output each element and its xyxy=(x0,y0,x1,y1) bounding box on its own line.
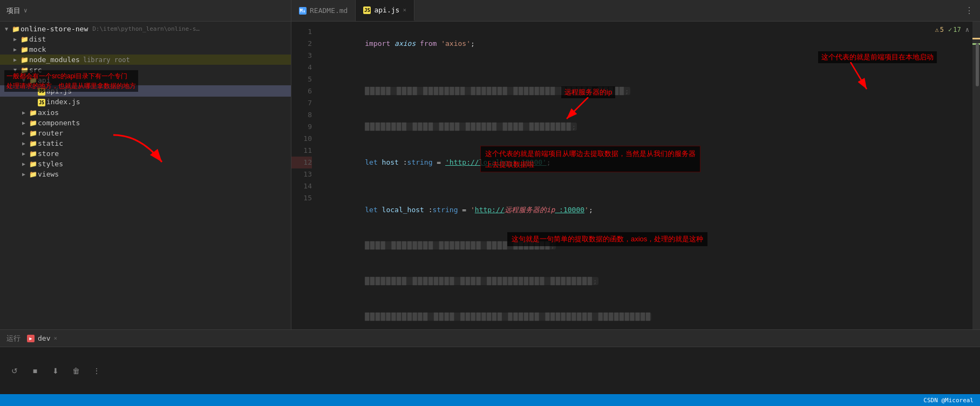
tree-item-src[interactable]: ▼ 📁 src xyxy=(0,65,291,75)
folder-icon: 📁 xyxy=(11,25,21,33)
stop-button[interactable]: ■ xyxy=(29,365,41,377)
tree-item-mock[interactable]: ▶ 📁 mock xyxy=(0,44,291,55)
scrollbar-thumb[interactable] xyxy=(976,43,979,86)
tab-close-apijs[interactable]: × xyxy=(403,6,406,13)
axios-label: axios xyxy=(38,109,59,117)
tree-item-axios[interactable]: ▶ 📁 axios xyxy=(0,107,291,118)
tree-item-static[interactable]: ▶ 📁 static xyxy=(0,138,291,148)
folder-icon: 📁 xyxy=(28,77,38,84)
code-line-2 xyxy=(323,62,972,73)
chevron-right-icon: ▶ xyxy=(11,57,19,63)
code-container: 1 2 3 4 5 6 7 8 9 10 11 12 13 14 15 i xyxy=(291,22,980,329)
warning-badge: ⚠ 5 xyxy=(935,26,944,33)
more-button[interactable]: ⋮ xyxy=(91,365,103,377)
js-file-icon: JS xyxy=(37,86,46,96)
root-label: online-store-new xyxy=(21,25,88,33)
editor-status-bar: ⚠ 5 ✓ 17 ∧ xyxy=(935,26,969,33)
trash-button[interactable]: 🗑 xyxy=(70,365,82,377)
tab-apijs[interactable]: JS api.js × xyxy=(356,0,414,21)
folder-icon: 📁 xyxy=(19,66,29,74)
tabs-area: M↓ README.md JS api.js × xyxy=(291,0,958,21)
top-bar: 项目 ∨ M↓ README.md JS api.js × ⋮ xyxy=(0,0,980,22)
router-label: router xyxy=(38,129,63,137)
tree-item-indexjs[interactable]: ▶ JS index.js xyxy=(0,97,291,108)
tree-item-components[interactable]: ▶ 📁 components xyxy=(0,118,291,128)
chevron-down-icon: ▼ xyxy=(11,67,19,73)
folder-icon: 📁 xyxy=(28,160,38,168)
tree-item-api[interactable]: ▼ 📁 api xyxy=(0,75,291,85)
apijs-label: api.js xyxy=(46,87,72,95)
tree-item-node-modules[interactable]: ▶ 📁 node_modules library root xyxy=(0,55,291,65)
tab-readme-label: README.md xyxy=(310,6,348,15)
tree-item-root[interactable]: ▼ 📁 online-store-new D:\item\python_lear… xyxy=(0,24,291,34)
project-chevron[interactable]: ∨ xyxy=(24,7,28,14)
views-label: views xyxy=(38,170,59,178)
dev-tab-close[interactable]: × xyxy=(53,335,57,342)
folder-icon: 📁 xyxy=(19,56,29,64)
chevron-right-icon: ▶ xyxy=(11,46,19,52)
styles-label: styles xyxy=(38,160,63,168)
top-bar-menu[interactable]: ⋮ xyxy=(958,5,980,16)
node-modules-label: node_modules xyxy=(29,56,80,64)
code-line-5: let host :string = 'http://localhost:100… xyxy=(323,145,972,180)
code-line-9: ████████ ████████ ████ ███████████ █████… xyxy=(323,263,972,299)
code-line-6 xyxy=(323,180,972,192)
mock-label: mock xyxy=(29,45,46,53)
tree-item-dist[interactable]: ▶ 📁 dist xyxy=(0,34,291,44)
components-label: components xyxy=(38,119,80,127)
chevron-right-icon: ▶ xyxy=(19,110,28,116)
chevron-right-icon: ▶ xyxy=(19,161,28,167)
code-line-7: let local_host :string = 'http://远程服务器的i… xyxy=(323,192,972,228)
store-label: store xyxy=(38,150,59,158)
editor-area: 1 2 3 4 5 6 7 8 9 10 11 12 13 14 15 i xyxy=(291,22,980,329)
folder-icon: 📁 xyxy=(28,109,38,117)
js-icon: JS xyxy=(363,6,371,14)
tree-item-router[interactable]: ▶ 📁 router xyxy=(0,128,291,138)
chevron-right-icon: ▶ xyxy=(19,120,28,126)
scrollbar-marker-warning xyxy=(972,38,980,39)
status-text: CSDN @Micoreal xyxy=(923,397,974,404)
panel-content: ↺ ■ ⬇ 🗑 ⋮ xyxy=(0,347,980,394)
tree-item-views[interactable]: ▶ 📁 views xyxy=(0,169,291,179)
file-tree: ▼ 📁 online-store-new D:\item\python_lear… xyxy=(0,22,291,181)
tree-item-store[interactable]: ▶ 📁 store xyxy=(0,148,291,159)
status-bar: CSDN @Micoreal xyxy=(0,394,980,406)
tree-item-apijs[interactable]: ▶ JS api.js xyxy=(0,85,291,97)
chevron-down-icon: ▼ xyxy=(19,77,28,83)
down-button[interactable]: ⬇ xyxy=(50,365,62,377)
dev-icon: ▶ xyxy=(27,335,35,342)
folder-icon: 📁 xyxy=(19,36,29,43)
chevron-right-icon: ▶ xyxy=(19,130,28,136)
root-path: D:\item\python_learn\online-store-new xyxy=(92,25,200,32)
dist-label: dist xyxy=(29,35,46,43)
menu-dots-icon[interactable]: ⋮ xyxy=(965,5,974,16)
folder-icon: 📁 xyxy=(28,171,38,178)
tree-item-styles[interactable]: ▶ 📁 styles xyxy=(0,159,291,169)
sidebar-header: 项目 ∨ xyxy=(0,0,291,21)
check-count: 17 xyxy=(953,26,961,33)
folder-icon: 📁 xyxy=(28,150,38,158)
panel-tab-dev[interactable]: ▶ dev × xyxy=(27,334,57,342)
code-line-10: ████████████ ████ ████████ ██████ ██████… xyxy=(323,299,972,329)
chevron-right-icon: ▶ xyxy=(19,140,28,146)
chevron-right-icon: ▶ xyxy=(11,36,19,42)
tab-apijs-label: api.js xyxy=(374,6,399,14)
folder-icon: 📁 xyxy=(28,119,38,127)
refresh-button[interactable]: ↺ xyxy=(9,365,21,377)
library-root-label: library root xyxy=(83,56,130,64)
js-file-icon: JS xyxy=(37,98,46,107)
panel-tabs: 运行 ▶ dev × xyxy=(0,330,980,347)
api-label: api xyxy=(38,76,50,84)
static-label: static xyxy=(38,139,63,147)
line-numbers: 1 2 3 4 5 6 7 8 9 10 11 12 13 14 15 xyxy=(291,22,318,329)
dev-tab-label: dev xyxy=(38,334,50,342)
editor-scrollbar[interactable] xyxy=(972,22,980,329)
tab-readme[interactable]: M↓ README.md xyxy=(291,0,356,21)
folder-icon: 📁 xyxy=(28,140,38,147)
md-icon: M↓ xyxy=(299,7,307,15)
expand-icon[interactable]: ∧ xyxy=(965,26,969,33)
code-content[interactable]: import axios from 'axios'; █████ ████ ██… xyxy=(318,22,972,329)
chevron-right-icon: ▶ xyxy=(19,151,28,157)
check-badge: ✓ 17 xyxy=(948,26,961,33)
sidebar: ▼ 📁 online-store-new D:\item\python_lear… xyxy=(0,22,291,329)
